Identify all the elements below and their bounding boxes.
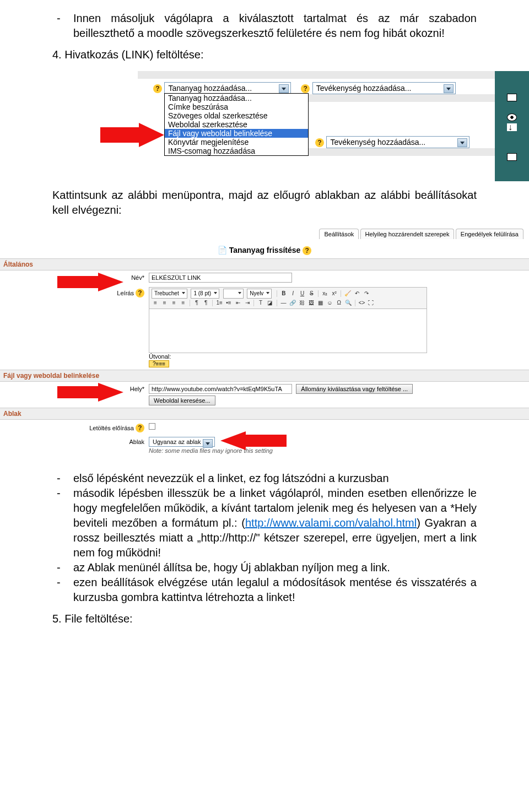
section-general: Általános <box>0 258 529 270</box>
font-family-select[interactable]: Trebuchet <box>152 289 187 299</box>
instruction-paragraph: Kattintsunk az alábbi menüpontra, majd a… <box>52 188 477 218</box>
table-icon[interactable]: ▦ <box>317 299 325 307</box>
underline-icon[interactable]: U <box>299 289 306 298</box>
html-icon[interactable]: <> <box>358 299 366 307</box>
bullet-dash: - <box>52 575 73 605</box>
grey-bar <box>309 94 495 102</box>
grey-bar <box>138 71 495 79</box>
char-icon[interactable]: Ω <box>335 299 343 307</box>
nev-input[interactable] <box>149 273 292 283</box>
tevekenyseg-select[interactable]: Tevékenység hozzáadása... <box>312 82 456 94</box>
ltr-icon[interactable]: ¶ <box>193 299 201 307</box>
ablak-select[interactable]: Ugyanaz az ablak <box>149 437 215 447</box>
editor-status-icon: ?≡≡≡ <box>149 360 169 367</box>
section-ablak: Ablak <box>0 408 529 420</box>
font-size-select[interactable]: 1 (8 pt) <box>191 289 219 299</box>
help-icon[interactable]: ? <box>153 84 162 93</box>
svg-marker-0 <box>100 123 164 147</box>
heading-select[interactable] <box>223 289 244 299</box>
bullet-4: ezen beállítások elvégzése után legalul … <box>73 575 477 605</box>
lang-select[interactable]: Nyelv <box>247 289 272 299</box>
dropdown-option[interactable]: Könyvtár megjelenítése <box>165 138 308 147</box>
rtl-icon[interactable]: ¶ <box>202 299 210 307</box>
intro-bullet-text: Innen másoljuk vágólapra a kiválasztott … <box>73 11 477 41</box>
box-icon <box>507 94 517 101</box>
bullet-1: első lépésként nevezzük el a linket, ez … <box>73 471 477 486</box>
row-2: ? Tevékenység hozzáadása... <box>315 136 469 148</box>
bullet-dash: - <box>52 486 73 560</box>
search-icon[interactable]: 🔍 <box>344 299 352 307</box>
editor-body[interactable] <box>149 309 427 353</box>
tab-engedelyek[interactable]: Engedélyek felülírása <box>456 229 523 239</box>
example-link[interactable]: http://www.valami.com/valahol.html <box>245 517 417 529</box>
align-justify-icon[interactable]: ≡ <box>179 299 187 307</box>
bullet-dash: - <box>52 471 73 486</box>
label-ablak: Ablak <box>0 437 149 454</box>
form-title: 📄 Tananyag frissítése ? <box>0 239 529 258</box>
dropdown-option[interactable]: Tananyag hozzáadása... <box>165 94 308 102</box>
ol-icon[interactable]: 1≡ <box>215 299 223 307</box>
grey-bar <box>309 148 495 156</box>
box-icon <box>507 153 517 161</box>
tab-szerepek[interactable]: Helyileg hozzárendelt szerepek <box>360 229 455 239</box>
link-icon[interactable]: 🔗 <box>289 299 296 307</box>
allomany-button[interactable]: Állomány kiválasztása vagy feltöltése ..… <box>296 384 413 394</box>
red-arrow-indicator <box>220 431 287 450</box>
letoltes-checkbox[interactable] <box>149 423 155 430</box>
dropdown-option[interactable]: Weboldal szerkesztése <box>165 120 308 129</box>
hely-input[interactable] <box>149 384 292 394</box>
align-center-icon[interactable]: ≡ <box>161 299 169 307</box>
path-label: Útvonal: <box>149 353 529 360</box>
tananyag-select[interactable]: Tananyag hozzáadása... <box>164 82 291 94</box>
help-icon[interactable]: ? <box>136 424 144 432</box>
bgcolor-icon[interactable]: ◪ <box>266 299 274 307</box>
bullet-dash: - <box>52 560 73 575</box>
smiley-icon[interactable]: ☺ <box>326 299 333 307</box>
undo-icon[interactable]: ↶ <box>353 289 361 298</box>
tananyag-options-list[interactable]: Tananyag hozzáadása... Címke beszúrása S… <box>164 93 309 156</box>
dropdown-option-selected[interactable]: Fájl vagy weboldal belinkelése <box>165 129 308 138</box>
weboldal-button[interactable]: Weboldal keresése... <box>149 396 215 405</box>
sup-icon[interactable]: x² <box>331 289 338 298</box>
help-icon[interactable]: ? <box>301 84 310 93</box>
fullscreen-icon[interactable]: ⛶ <box>367 299 375 307</box>
svg-marker-2 <box>57 383 123 402</box>
align-left-icon[interactable]: ≡ <box>152 299 159 307</box>
arrow-down-icon[interactable] <box>507 123 517 131</box>
outdent-icon[interactable]: ⇤ <box>234 299 242 307</box>
align-right-icon[interactable]: ≡ <box>170 299 178 307</box>
italic-icon[interactable]: I <box>289 289 297 298</box>
strike-icon[interactable]: S <box>307 289 315 298</box>
ul-icon[interactable]: •≡ <box>225 299 233 307</box>
hr-icon[interactable]: — <box>280 299 288 307</box>
svg-marker-1 <box>57 273 123 291</box>
dropdown-option[interactable]: IMS-csomag hozzáadása <box>165 147 308 155</box>
bullet-dash: - <box>52 11 73 41</box>
bullet-3: az Ablak menünél állítsa be, hogy Új abl… <box>73 560 477 575</box>
section-5-heading: 5. File feltöltése: <box>52 613 477 625</box>
tab-bar: Beállítások Helyileg hozzárendelt szerep… <box>0 225 529 239</box>
tab-beallitasok[interactable]: Beállítások <box>319 229 359 239</box>
help-icon[interactable]: ? <box>303 246 311 255</box>
screenshot-dropdown: ? Tananyag hozzáadása... ? Tevékenység h… <box>0 71 529 181</box>
label-letoltes: Letöltés előírása ? <box>0 422 149 432</box>
redo-icon[interactable]: ↷ <box>363 289 370 298</box>
side-panel <box>495 71 529 181</box>
row-1: ? Tananyag hozzáadása... ? Tevékenység h… <box>153 82 456 94</box>
clean-icon[interactable]: 🧹 <box>344 289 352 298</box>
indent-icon[interactable]: ⇥ <box>244 299 251 307</box>
red-arrow-indicator <box>100 123 164 147</box>
image-icon[interactable]: 🖼 <box>307 299 315 307</box>
help-icon[interactable]: ? <box>136 289 144 297</box>
editor-toolbar[interactable]: Trebuchet 1 (8 pt) Nyelv B I U S x₂ x² <box>149 287 427 309</box>
eye-icon[interactable] <box>507 113 517 121</box>
dropdown-option[interactable]: Szöveges oldal szerkesztése <box>165 111 308 120</box>
textcolor-icon[interactable]: T <box>257 299 264 307</box>
help-icon[interactable]: ? <box>315 138 324 147</box>
dropdown-option[interactable]: Címke beszúrása <box>165 102 308 111</box>
bold-icon[interactable]: B <box>280 289 288 298</box>
sub-icon[interactable]: x₂ <box>321 289 329 298</box>
unlink-icon[interactable]: ⛓ <box>298 299 306 307</box>
bullet-2: második lépésben illesszük be a linket v… <box>73 486 477 560</box>
tevekenyseg-select[interactable]: Tevékenység hozzáadása... <box>326 136 469 148</box>
